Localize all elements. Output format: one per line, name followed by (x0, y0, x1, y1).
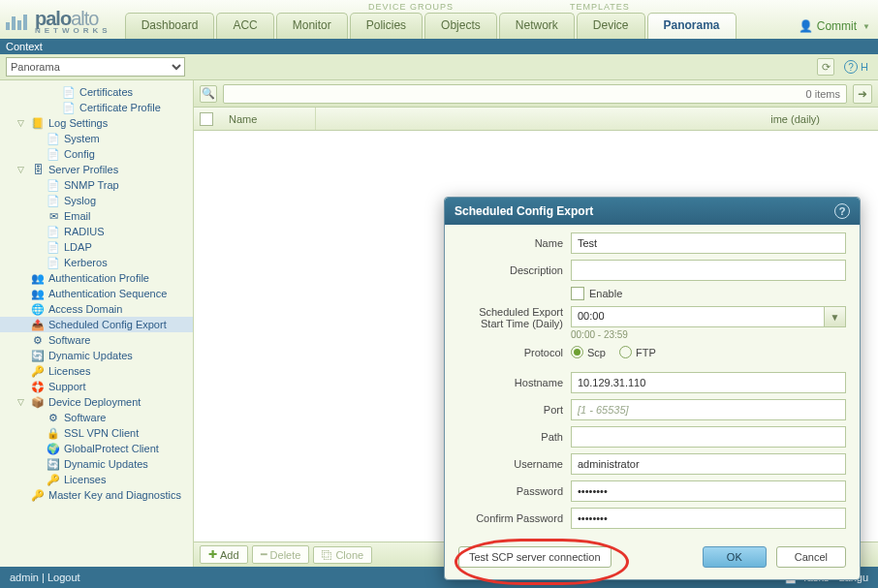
nav-access-domain[interactable]: 🌐Access Domain (0, 301, 193, 317)
nav-dynamic-updates[interactable]: 🔄Dynamic Updates (0, 348, 193, 363)
delete-button[interactable]: ━Delete (252, 545, 310, 564)
protocol-scp-radio[interactable] (571, 346, 583, 358)
dialog-title: Scheduled Config Export (455, 204, 593, 218)
tree-item-label: Scheduled Config Export (48, 319, 167, 330)
caret-icon: ▽ (17, 397, 27, 407)
minus-icon: ━ (261, 548, 267, 561)
schedule-dropdown-button[interactable]: ▼ (825, 306, 846, 327)
tree-item-label: SNMP Trap (64, 179, 119, 191)
enable-checkbox[interactable] (571, 287, 584, 300)
main-tabs: DashboardACCMonitorPoliciesObjectsNetwor… (125, 12, 738, 39)
context-select[interactable]: Panorama (6, 57, 185, 77)
nav-kerberos[interactable]: 📄Kerberos (0, 255, 193, 270)
select-all-checkbox[interactable] (200, 112, 213, 126)
tree-item-icon: 📦 (31, 396, 45, 408)
tree-item-icon: 📄 (47, 257, 60, 268)
nav-snmp-trap[interactable]: 📄SNMP Trap (0, 177, 193, 193)
nav-software[interactable]: ⚙Software (0, 410, 193, 425)
tree-item-icon: ⚙ (47, 412, 60, 423)
nav-radius[interactable]: 📄RADIUS (0, 224, 193, 239)
nav-globalprotect-client[interactable]: 🌍GlobalProtect Client (0, 441, 193, 456)
tree-item-label: Authentication Profile (48, 272, 149, 284)
nav-ldap[interactable]: 📄LDAP (0, 239, 193, 255)
tree-item-icon: 🌐 (31, 303, 45, 315)
add-button[interactable]: ✚Add (200, 545, 248, 564)
tab-dashboard[interactable]: Dashboard (125, 13, 215, 39)
main-refresh-button[interactable]: ⟳ (817, 58, 834, 76)
tab-objects[interactable]: Objects (424, 13, 497, 39)
tree-item-label: Software (48, 334, 90, 346)
dialog-help-icon[interactable]: ? (834, 203, 850, 219)
password-field[interactable] (571, 480, 846, 502)
logo-bars-icon (6, 13, 29, 30)
tree-item-label: Authentication Sequence (48, 288, 167, 299)
tab-policies[interactable]: Policies (350, 13, 423, 39)
nav-licenses[interactable]: 🔑Licenses (0, 363, 193, 379)
path-field[interactable] (571, 426, 846, 448)
schedule-field[interactable]: 00:00 (571, 306, 825, 327)
nav-system[interactable]: 📄System (0, 131, 193, 146)
tab-network[interactable]: Network (499, 13, 575, 39)
tree-item-label: Certificate Profile (79, 102, 161, 113)
tree-item-label: Email (64, 210, 91, 222)
status-user: admin (10, 572, 39, 583)
header-group-labels: DEVICE GROUPS TEMPLATES (368, 2, 630, 12)
nav-software[interactable]: ⚙Software (0, 332, 193, 348)
nav-device-deployment[interactable]: ▽📦Device Deployment (0, 394, 193, 410)
description-field[interactable] (571, 260, 846, 281)
label-schedule: Scheduled Export Start Time (Daily) (458, 306, 571, 329)
col-time[interactable]: ime (daily) (316, 108, 878, 130)
clone-button[interactable]: ⿻Clone (313, 546, 372, 564)
tree-item-icon: 🔑 (31, 365, 45, 377)
logout-link[interactable]: Logout (47, 572, 80, 583)
nav-syslog[interactable]: 📄Syslog (0, 193, 193, 208)
nav-log-settings[interactable]: ▽📒Log Settings (0, 115, 193, 131)
label-enable: Enable (589, 288, 622, 299)
nav-server-profiles[interactable]: ▽🗄Server Profiles (0, 162, 193, 177)
port-field[interactable] (571, 399, 846, 420)
tree-item-icon: 🔄 (47, 458, 60, 470)
nav-certificates[interactable]: 📄Certificates (0, 84, 193, 100)
nav-dynamic-updates[interactable]: 🔄Dynamic Updates (0, 456, 193, 472)
nav-email[interactable]: ✉Email (0, 208, 193, 224)
name-field[interactable] (571, 232, 846, 254)
nav-certificate-profile[interactable]: 📄Certificate Profile (0, 100, 193, 115)
ok-button[interactable]: OK (703, 546, 767, 568)
search-icon[interactable]: 🔍 (200, 85, 217, 103)
nav-authentication-sequence[interactable]: 👥Authentication Sequence (0, 286, 193, 301)
tree-item-icon: 🔑 (31, 489, 45, 501)
tab-monitor[interactable]: Monitor (276, 13, 348, 39)
commit-button[interactable]: 👤 Commit ▼ (799, 19, 870, 33)
hostname-field[interactable] (571, 372, 846, 393)
tree-item-icon: 🛟 (31, 381, 45, 392)
confirm-password-field[interactable] (571, 508, 846, 529)
nav-config[interactable]: 📄Config (0, 146, 193, 162)
search-input[interactable] (223, 84, 847, 104)
username-field[interactable] (571, 453, 846, 475)
label-scp: Scp (587, 347, 606, 358)
col-name[interactable]: Name (221, 108, 316, 130)
nav-licenses[interactable]: 🔑Licenses (0, 472, 193, 487)
tree-item-icon: ✉ (47, 210, 60, 222)
logo-subtext: NETWORKS (35, 26, 111, 35)
protocol-ftp-radio[interactable] (619, 346, 632, 358)
tree-item-icon: 🔑 (47, 474, 60, 485)
tree-item-icon: 📄 (47, 148, 60, 160)
caret-icon: ▽ (17, 118, 27, 128)
tab-device[interactable]: Device (577, 13, 645, 39)
nav-scheduled-config-export[interactable]: 📤Scheduled Config Export (0, 317, 193, 332)
dialog-titlebar[interactable]: Scheduled Config Export ? (445, 198, 860, 225)
help-button[interactable]: ?H (840, 60, 872, 74)
cancel-button[interactable]: Cancel (776, 546, 846, 568)
tree-item-icon: 📄 (47, 195, 60, 206)
tab-acc[interactable]: ACC (216, 13, 273, 39)
nav-authentication-profile[interactable]: 👥Authentication Profile (0, 270, 193, 286)
nav-support[interactable]: 🛟Support (0, 379, 193, 394)
test-scp-button[interactable]: Test SCP server connection (458, 546, 611, 568)
nav-master-key-and-diagnostics[interactable]: 🔑Master Key and Diagnostics (0, 487, 193, 503)
tab-panorama[interactable]: Panorama (647, 13, 737, 39)
label-device-groups: DEVICE GROUPS (368, 2, 454, 12)
nav-ssl-vpn-client[interactable]: 🔒SSL VPN Client (0, 425, 193, 441)
go-button[interactable]: ➜ (853, 84, 872, 104)
label-hostname: Hostname (458, 377, 571, 388)
